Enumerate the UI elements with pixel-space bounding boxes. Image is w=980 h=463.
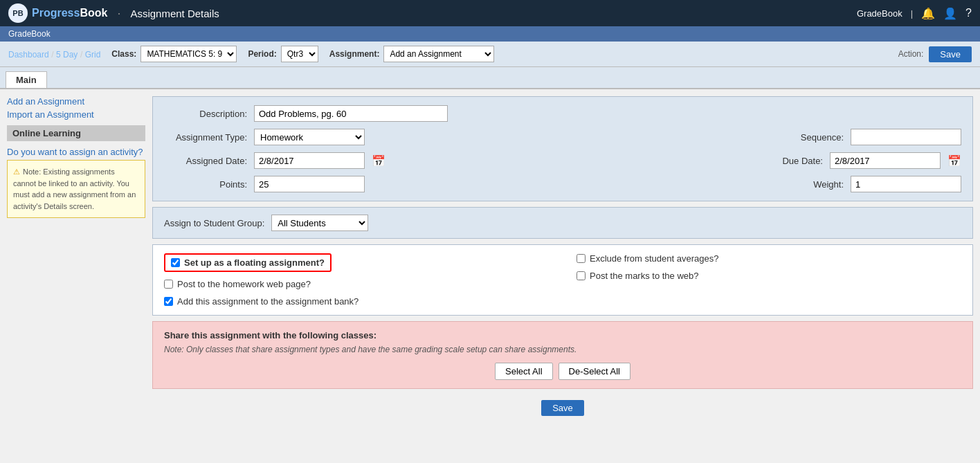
assignment-type-select[interactable]: Homework (254, 129, 365, 145)
weight-label: Weight: (761, 179, 844, 190)
floating-label: Set up as a floating assignment? (184, 257, 325, 268)
homework-web-checkbox[interactable] (164, 280, 173, 289)
due-date-calendar-icon[interactable]: 📅 (947, 154, 961, 167)
floating-checkbox[interactable] (171, 258, 180, 267)
points-row: Points: Weight: (164, 176, 961, 192)
nav-right: GradeBook | 🔔 👤 ? (857, 7, 972, 20)
assignment-type-label: Assignment Type: (164, 132, 247, 143)
assigned-date-calendar-icon[interactable]: 📅 (372, 154, 385, 167)
breadcrumb-bar: GradeBook (0, 26, 980, 42)
post-marks-label: Post the marks to the web? (590, 271, 699, 281)
class-select[interactable]: MATHEMATICS 5: 9 (140, 46, 237, 62)
exclude-label: Exclude from student averages? (590, 253, 718, 264)
bottom-save-area: Save (152, 394, 973, 421)
logo-icon: PB (8, 3, 28, 23)
help-icon[interactable]: ? (965, 7, 972, 19)
select-all-button[interactable]: Select All (495, 363, 552, 380)
checkbox-col-right: Exclude from student averages? Post the … (577, 253, 961, 307)
due-date-label: Due Date: (740, 156, 823, 166)
breadcrumb-grid[interactable]: Grid (85, 50, 101, 60)
assign-activity-link[interactable]: Do you want to assign an activity? (7, 147, 145, 157)
assignment-bank-label: Add this assignment to the assignment ba… (177, 296, 359, 307)
post-marks-checkbox[interactable] (577, 271, 586, 280)
online-learning-section: Online Learning (7, 125, 145, 141)
deselect-all-button[interactable]: De-Select All (559, 363, 630, 380)
toolbar-right: Action: Save (898, 46, 972, 62)
post-marks-row: Post the marks to the web? (577, 271, 961, 281)
homework-web-label: Post to the homework web page? (177, 279, 311, 289)
user-icon[interactable]: 👤 (943, 7, 957, 20)
form-area: Description: Assignment Type: Homework S… (152, 96, 973, 421)
main-content: Add an Assignment Import an Assignment O… (0, 89, 980, 428)
bell-icon[interactable]: 🔔 (921, 7, 935, 20)
page-title: Assignment Details (130, 8, 219, 19)
assignment-bank-checkbox[interactable] (164, 297, 173, 306)
logo-text: ProgressBook (32, 7, 107, 19)
breadcrumb-dashboard[interactable]: Dashboard (8, 50, 49, 60)
floating-row: Set up as a floating assignment? (164, 253, 549, 272)
nav-left: PB ProgressBook · Assignment Details (8, 3, 219, 23)
gradebook-label: GradeBook (857, 8, 902, 19)
sidebar: Add an Assignment Import an Assignment O… (7, 96, 145, 421)
type-row: Assignment Type: Homework Sequence: (164, 129, 961, 145)
breadcrumb: Dashboard / 5 Day / Grid (8, 49, 100, 60)
assignment-label: Assignment: (329, 49, 380, 59)
points-input[interactable] (254, 176, 365, 192)
breadcrumb-sep1: / (51, 50, 56, 60)
period-select[interactable]: Qtr3 (281, 46, 318, 62)
app-name-label: GradeBook (8, 29, 51, 39)
description-input[interactable] (254, 105, 448, 122)
assignment-select[interactable]: Add an Assignment (383, 46, 494, 62)
nav-separator: · (117, 6, 120, 21)
period-label: Period: (248, 49, 276, 59)
student-group-select[interactable]: All Students (271, 215, 368, 231)
sequence-input[interactable] (851, 129, 961, 145)
warning-icon: ⚠ (13, 167, 20, 176)
import-assignment-link[interactable]: Import an Assignment (7, 109, 145, 120)
bottom-save-button[interactable]: Save (541, 400, 584, 416)
checkboxes-section: Set up as a floating assignment? Post to… (152, 244, 973, 316)
form-section-main: Description: Assignment Type: Homework S… (152, 96, 973, 201)
description-label: Description: (164, 109, 247, 119)
share-note: Note: Only classes that share assignment… (164, 345, 961, 354)
class-group: Class: MATHEMATICS 5: 9 (111, 46, 237, 62)
checkbox-col-left: Set up as a floating assignment? Post to… (164, 253, 549, 307)
weight-input[interactable] (851, 176, 961, 192)
description-row: Description: (164, 105, 961, 122)
exclude-row: Exclude from student averages? (577, 253, 961, 264)
floating-highlighted: Set up as a floating assignment? (164, 253, 332, 272)
sidebar-note: ⚠Note: Existing assignments cannot be li… (7, 160, 145, 218)
assigned-date-row: Assigned Date: 📅 Due Date: 📅 (164, 152, 961, 169)
save-button[interactable]: Save (929, 46, 972, 62)
checkbox-grid: Set up as a floating assignment? Post to… (164, 253, 961, 307)
action-label: Action: (898, 49, 924, 59)
assigned-date-input[interactable] (254, 152, 365, 169)
assignment-bank-row: Add this assignment to the assignment ba… (164, 296, 549, 307)
tab-main[interactable]: Main (6, 71, 47, 88)
share-title: Share this assignment with the following… (164, 330, 961, 341)
exclude-checkbox[interactable] (577, 254, 586, 263)
student-group-label: Assign to Student Group: (164, 218, 264, 228)
sequence-label: Sequence: (761, 132, 844, 143)
homework-web-row: Post to the homework web page? (164, 279, 549, 289)
breadcrumb-sep2: / (80, 50, 85, 60)
tab-bar: Main (0, 67, 980, 89)
due-date-input[interactable] (830, 152, 941, 169)
share-buttons: Select All De-Select All (164, 363, 961, 380)
period-group: Period: Qtr3 (248, 46, 318, 62)
points-label: Points: (164, 179, 247, 190)
logo-area: PB ProgressBook (8, 3, 107, 23)
top-nav: PB ProgressBook · Assignment Details Gra… (0, 0, 980, 26)
assigned-date-label: Assigned Date: (164, 156, 247, 166)
toolbar: Dashboard / 5 Day / Grid Class: MATHEMAT… (0, 42, 980, 67)
breadcrumb-5day[interactable]: 5 Day (56, 50, 78, 60)
student-group-section: Assign to Student Group: All Students (152, 207, 973, 239)
class-label: Class: (111, 49, 136, 59)
share-section: Share this assignment with the following… (152, 321, 973, 389)
assignment-group: Assignment: Add an Assignment (329, 46, 495, 62)
add-assignment-link[interactable]: Add an Assignment (7, 96, 145, 107)
